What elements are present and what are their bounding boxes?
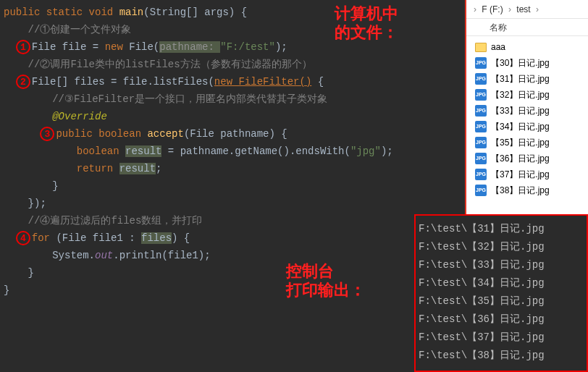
file-name: 【37】日记.jpg [491,166,550,182]
file-row[interactable]: JPG【31】日记.jpg [466,71,588,87]
console-line: F:\test\【37】日记.jpg [419,329,584,347]
comment-4: //④遍历过滤后的files数组，并打印 [4,212,463,229]
kw-for: for [32,232,56,244]
jpg-icon: JPG [475,169,487,180]
console-line: F:\test\【38】日记.jpg [419,347,584,365]
console-output[interactable]: F:\test\【31】日记.jpgF:\test\【32】日记.jpgF:\t… [414,214,588,372]
file-row[interactable]: JPG【33】日记.jpg [466,103,588,119]
kw-return: return [4,163,119,174]
var-result: result [125,145,161,157]
column-header-name[interactable]: 名称 [466,19,588,36]
code-text: { [311,76,324,88]
file-list: aaaJPG【30】日记.jpgJPG【31】日记.jpgJPG【32】日记.j… [466,36,588,201]
console-line: F:\test\【34】日记.jpg [419,274,584,292]
kw-new-filter: new FileFilter() [214,76,311,88]
code-brace: }); [4,195,463,212]
console-line: F:\test\【31】日记.jpg [419,220,584,238]
code-text: File file = [32,41,105,53]
jpg-icon: JPG [475,121,487,132]
breadcrumb-drive[interactable]: F (F:) [482,4,503,14]
marker-2: 2 [16,75,30,89]
jpg-icon: JPG [475,57,487,69]
jpg-icon: JPG [475,153,487,164]
jpg-icon: JPG [475,73,487,85]
param-hint: pathname: [159,41,220,53]
console-line: F:\test\【32】日记.jpg [419,238,584,256]
code-brace: } [4,282,463,299]
console-line: F:\test\【35】日记.jpg [419,292,584,310]
file-name: 【31】日记.jpg [491,71,550,87]
file-name: aaa [491,39,505,55]
var-result2: result [119,163,156,174]
file-name: 【38】日记.jpg [491,182,550,198]
jpg-icon: JPG [475,89,487,101]
file-row[interactable]: JPG【32】日记.jpg [466,87,588,103]
method-accept: accept [147,128,183,140]
code-text: ); [275,41,287,53]
kw-boolean: boolean [4,145,125,157]
chevron-icon: › [536,4,539,14]
jpg-icon: JPG [475,185,487,196]
code-text: (File file1 : [56,232,141,244]
file-name: 【34】日记.jpg [491,119,550,135]
code-text: ) { [172,232,190,244]
code-brace: } [4,177,463,195]
chevron-icon: › [474,4,476,14]
breadcrumb[interactable]: › F (F:) › test › [466,0,588,19]
method-main: main [119,7,144,18]
console-line: F:\test\【33】日记.jpg [419,256,584,274]
code-text: ; [156,163,161,174]
annotation-files-label: 计算机中的文件： [335,4,398,42]
file-row[interactable]: JPG【35】日记.jpg [466,135,588,151]
file-name: 【35】日记.jpg [491,135,550,151]
file-name: 【32】日记.jpg [491,87,550,103]
marker-3: 3 [40,127,54,141]
code-text: = pathname.getName().endsWith( [161,145,350,157]
code-brace: } [4,264,463,282]
file-explorer: › F (F:) › test › 名称 aaaJPG【30】日记.jpgJPG… [465,0,588,214]
code-text: (File pathname) { [184,128,287,140]
file-row[interactable]: JPG【36】日记.jpg [466,151,588,166]
field-out: out [95,250,113,261]
comment-3: //③FileFilter是一个接口，用匿名内部类代替其子类对象 [4,90,463,108]
file-name: 【30】日记.jpg [491,55,550,71]
jpg-icon: JPG [475,137,487,148]
marker-4: 4 [16,231,30,245]
file-row[interactable]: JPG【37】日记.jpg [466,166,588,182]
code-text: System. [4,250,95,261]
var-files: files [141,232,172,244]
kw-public: public static void [4,7,119,18]
breadcrumb-folder[interactable]: test [516,4,530,14]
annotation-console-label: 控制台打印输出： [286,262,366,300]
folder-icon [475,43,487,52]
file-row[interactable]: JPG【30】日记.jpg [466,55,588,71]
annotation-override: @Override [4,108,463,125]
code-editor[interactable]: public static void main(String[] args) {… [0,0,463,372]
file-row[interactable]: aaa [466,39,588,55]
kw-public-bool: public boolean [56,128,147,140]
string-literal: "F:/test" [220,41,275,53]
comment-2: //②调用File类中的listFiles方法（参数有过滤器的那个） [4,56,463,73]
file-row[interactable]: JPG【34】日记.jpg [466,119,588,135]
file-row[interactable]: JPG【38】日记.jpg [466,182,588,198]
code-text: File( [129,41,159,53]
chevron-icon: › [508,4,511,14]
string-jpg: "jpg" [350,145,381,157]
console-line: F:\test\【36】日记.jpg [419,310,584,329]
code-text: File[] files = file.listFiles( [32,76,214,88]
code-text: .println(file1); [113,250,210,261]
code-text: (String[] args) { [143,7,247,18]
file-name: 【36】日记.jpg [491,151,550,166]
kw-new: new [105,41,130,53]
marker-1: 1 [16,40,30,54]
file-name: 【33】日记.jpg [491,103,550,119]
jpg-icon: JPG [475,105,487,117]
code-text: ); [381,145,393,157]
